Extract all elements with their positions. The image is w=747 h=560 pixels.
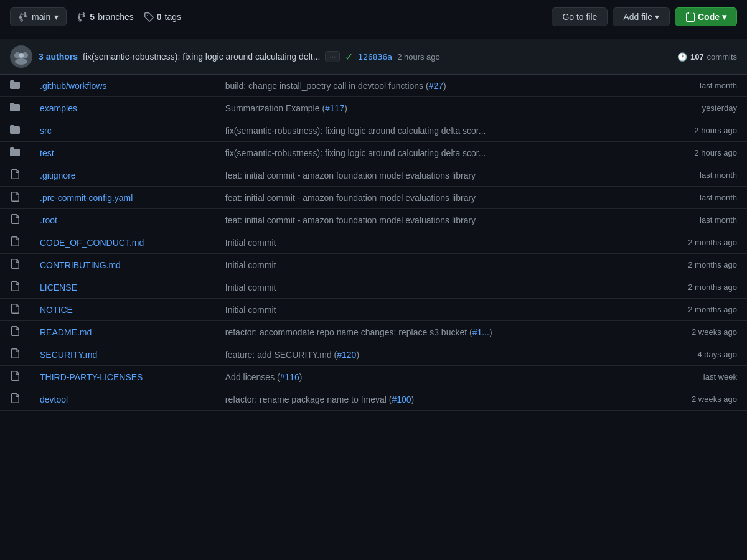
svg-point-3: [15, 58, 27, 65]
branches-icon: [77, 12, 87, 22]
table-row: README.mdrefactor: accommodate repo name…: [0, 321, 747, 343]
file-name[interactable]: .github/workflows: [40, 81, 106, 91]
file-name[interactable]: CONTRIBUTING.md: [40, 260, 121, 270]
file-name[interactable]: CODE_OF_CONDUCT.md: [40, 238, 144, 248]
commit-link[interactable]: #117: [325, 103, 344, 113]
file-commit-cell: refactor: accommodate repo name changes;…: [215, 321, 644, 343]
file-commit-cell: Initial commit: [215, 299, 644, 321]
file-time: last week: [644, 366, 747, 388]
file-name[interactable]: SECURITY.md: [40, 350, 97, 360]
history-link[interactable]: 🕐 107 commits: [677, 52, 737, 62]
branches-label: branches: [98, 12, 134, 22]
commit-info: 3 authors fix(semantic-robustness): fixi…: [39, 51, 671, 63]
commit-link[interactable]: #100: [392, 394, 411, 404]
file-icon: [0, 276, 30, 299]
table-row: .gitignorefeat: initial commit - amazon …: [0, 164, 747, 187]
file-time: last month: [644, 187, 747, 209]
table-row: CODE_OF_CONDUCT.mdInitial commit2 months…: [0, 231, 747, 254]
file-time: 2 months ago: [644, 299, 747, 321]
table-row: CONTRIBUTING.mdInitial commit2 months ag…: [0, 254, 747, 276]
file-name[interactable]: THIRD-PARTY-LICENSES: [40, 372, 143, 382]
file-commit-cell: Initial commit: [215, 254, 644, 276]
commit-hash[interactable]: 126836a: [358, 52, 392, 62]
file-table: .github/workflowsbuild: change install_p…: [0, 75, 747, 411]
file-time: 2 weeks ago: [644, 388, 747, 411]
add-file-button[interactable]: Add file ▾: [613, 7, 670, 26]
file-commit-cell: feat: initial commit - amazon foundation…: [215, 187, 644, 209]
top-bar: main ▾ 5 branches 0 tags Go to file Add …: [0, 0, 747, 34]
file-icon: [0, 231, 30, 254]
branch-selector[interactable]: main ▾: [10, 7, 67, 26]
branches-count: 5: [90, 12, 95, 22]
branch-chevron-icon: ▾: [54, 12, 59, 22]
file-commit-cell: Add licenses (#116): [215, 366, 644, 388]
folder-icon: [0, 119, 30, 142]
file-name[interactable]: src: [40, 126, 52, 136]
code-button[interactable]: Code ▾: [675, 7, 737, 26]
commit-link[interactable]: #1...: [472, 327, 489, 337]
file-name[interactable]: README.md: [40, 327, 92, 337]
commits-count: 107: [690, 52, 704, 62]
avatar-image: [10, 45, 32, 68]
file-name[interactable]: examples: [40, 103, 77, 113]
folder-icon: [0, 75, 30, 97]
table-row: LICENSEInitial commit2 months ago: [0, 276, 747, 299]
file-commit-cell: build: change install_poetry call in dev…: [215, 75, 644, 97]
table-row: .pre-commit-config.yamlfeat: initial com…: [0, 187, 747, 209]
file-icon: [0, 388, 30, 411]
commits-label: commits: [707, 52, 737, 62]
folder-icon: [0, 97, 30, 119]
tags-count: 0: [157, 12, 162, 22]
file-commit-cell: feature: add SECURITY.md (#120): [215, 343, 644, 366]
table-row: srcfix(semantic-robustness): fixing logi…: [0, 119, 747, 142]
goto-file-button[interactable]: Go to file: [552, 7, 608, 26]
file-icon: [0, 187, 30, 209]
file-time: 2 months ago: [644, 254, 747, 276]
file-icon: [0, 321, 30, 343]
commit-link[interactable]: #27: [429, 81, 443, 91]
file-commit-cell: Initial commit: [215, 231, 644, 254]
commit-link[interactable]: #116: [280, 372, 299, 382]
file-time: 2 months ago: [644, 276, 747, 299]
file-name[interactable]: NOTICE: [40, 305, 73, 315]
file-name[interactable]: devtool: [40, 394, 68, 404]
file-name[interactable]: LICENSE: [40, 282, 77, 292]
authors-link[interactable]: 3 authors: [39, 52, 78, 62]
tags-icon: [144, 12, 154, 22]
file-commit-cell: Initial commit: [215, 276, 644, 299]
tags-label: tags: [165, 12, 181, 22]
file-commit-cell: refactor: rename package name to fmeval …: [215, 388, 644, 411]
table-row: THIRD-PARTY-LICENSESAdd licenses (#116)l…: [0, 366, 747, 388]
file-time: 2 hours ago: [644, 119, 747, 142]
file-commit-cell: fix(semantic-robustness): fixing logic a…: [215, 142, 644, 164]
file-commit-cell: Summarization Example (#117): [215, 97, 644, 119]
commit-dots[interactable]: ···: [325, 51, 340, 62]
file-icon: [0, 254, 30, 276]
file-time: 2 weeks ago: [644, 321, 747, 343]
table-row: SECURITY.mdfeature: add SECURITY.md (#12…: [0, 343, 747, 366]
file-commit-cell: feat: initial commit - amazon foundation…: [215, 209, 644, 231]
table-row: examplesSummarization Example (#117)yest…: [0, 97, 747, 119]
file-name[interactable]: test: [40, 148, 54, 158]
file-icon: [0, 299, 30, 321]
history-icon: 🕐: [677, 52, 687, 62]
code-chevron-icon: ▾: [722, 12, 726, 22]
table-row: NOTICEInitial commit2 months ago: [0, 299, 747, 321]
file-time: last month: [644, 75, 747, 97]
action-buttons: Go to file Add file ▾ Code ▾: [552, 7, 737, 26]
branch-icon: [18, 12, 28, 22]
file-icon: [0, 366, 30, 388]
code-icon: [685, 12, 695, 22]
file-name[interactable]: .root: [40, 215, 57, 225]
tags-link[interactable]: 0 tags: [144, 12, 181, 22]
code-label: Code: [698, 12, 720, 22]
file-icon: [0, 343, 30, 366]
file-name[interactable]: .gitignore: [40, 170, 76, 180]
branches-link[interactable]: 5 branches: [77, 12, 133, 22]
file-name[interactable]: .pre-commit-config.yaml: [40, 193, 133, 203]
file-commit-cell: fix(semantic-robustness): fixing logic a…: [215, 119, 644, 142]
branch-name: main: [32, 12, 50, 22]
table-row: .github/workflowsbuild: change install_p…: [0, 75, 747, 97]
commit-time: 2 hours ago: [397, 52, 440, 62]
commit-link[interactable]: #120: [337, 350, 356, 360]
